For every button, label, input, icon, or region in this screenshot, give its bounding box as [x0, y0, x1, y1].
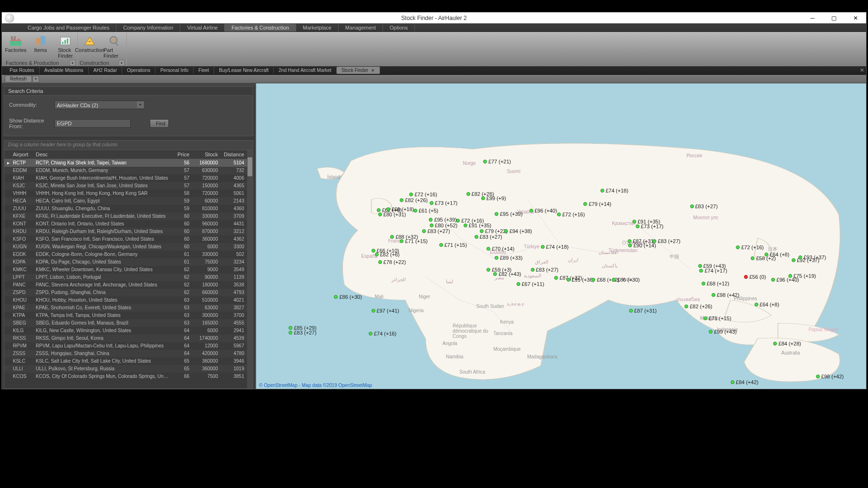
subtab-available-missions[interactable]: Available Missions	[40, 67, 89, 74]
table-row[interactable]: ULLIULLI, Pulkovo, St Petersburg, Russia…	[4, 365, 253, 373]
table-row[interactable]: KILGKILG, New Castle, Wilmington, United…	[4, 327, 253, 335]
subtab-pax-routes[interactable]: Pax Routes	[5, 67, 40, 74]
map-marker[interactable]: £99 (+9)	[481, 195, 506, 201]
map-marker[interactable]: £74 (+18)	[600, 188, 628, 193]
map-marker[interactable]: £74 (+17)	[699, 268, 727, 274]
map-marker[interactable]: £91 (+36)	[567, 277, 594, 283]
map-marker[interactable]: £96 (+40)	[529, 208, 557, 214]
map-marker[interactable]: £95 (+39)	[495, 211, 522, 217]
map-marker[interactable]: £74 (+16)	[369, 331, 396, 336]
menu-tab-company-information[interactable]: Company Information	[116, 24, 180, 31]
commodity-select[interactable]: AirHauler CDs (2) ▾	[54, 101, 145, 109]
table-row[interactable]: RKSSRKSS, Gimpo Intl, Seoul, Korea641740…	[4, 335, 253, 342]
map-marker[interactable]: £94 (+38)	[504, 228, 532, 234]
ribbon-construction-button[interactable]: Construction	[78, 33, 102, 59]
map-marker[interactable]: £82 (+6)	[375, 252, 400, 257]
map-marker[interactable]: £86 (+30)	[334, 294, 362, 300]
ribbon-partfinder-button[interactable]: Part Finder	[103, 33, 126, 59]
subtab-2nd-hand-aircraft-market[interactable]: 2nd Hand Aircraft Market	[274, 67, 337, 74]
map[interactable]: ÍslandNorgeSuomiРоссияУкраїнаFranceEspañ…	[256, 83, 866, 389]
map-marker[interactable]: £72 (+16)	[557, 212, 585, 217]
menu-tab-virtual-airline[interactable]: Virtual Airline	[180, 24, 225, 31]
map-marker[interactable]: £71 (+15)	[400, 238, 427, 244]
map-marker[interactable]: £84 (+42)	[731, 379, 758, 385]
table-row[interactable]: PANCPANC, Stevens Anchorage Intl, Anchor…	[4, 281, 253, 289]
col-header-price[interactable]: Price	[172, 150, 192, 159]
map-marker[interactable]: £83 (+27)	[531, 267, 558, 273]
group-by-bar[interactable]: Drag a column header here to group by th…	[4, 141, 253, 150]
map-marker[interactable]: £73 (+17)	[430, 200, 457, 206]
map-marker[interactable]: £83 (+27)	[652, 238, 680, 244]
map-marker[interactable]: £86 (+30)	[612, 277, 640, 283]
map-marker[interactable]: £80 (+52)	[430, 223, 457, 228]
subtab-ah2-radar[interactable]: AH2 Radar	[89, 67, 122, 74]
table-row[interactable]: KSJCKSJC, Mineta San Jose Intl, San Jose…	[4, 182, 253, 190]
table-row[interactable]: KFXEKFXE, Ft Lauderdale Executive, Ft La…	[4, 213, 253, 220]
map-marker[interactable]: £71 (+15)	[703, 315, 731, 321]
close-panel-icon[interactable]: ✕	[860, 67, 864, 73]
menu-tab-management[interactable]: Management	[339, 24, 383, 31]
map-marker[interactable]: £72 (+16)	[456, 218, 484, 224]
menu-tab-options[interactable]: Options	[383, 24, 415, 31]
map-marker[interactable]: £96 (+40)	[771, 277, 799, 283]
table-row[interactable]: KSFOKSFO, San Francisco Intl, San Franci…	[4, 235, 253, 243]
col-header-distance[interactable]: Distance	[221, 150, 247, 159]
map-marker[interactable]: £73 (+17)	[636, 224, 663, 229]
map-marker[interactable]: £84 (+28)	[773, 341, 801, 346]
subtab-personal-info[interactable]: Personal Info	[155, 67, 194, 74]
table-row[interactable]: KMKCKMKC, Wheeler Downtown, Kansas City,…	[4, 266, 253, 274]
map-marker[interactable]: £69 (+18)	[386, 206, 414, 212]
map-marker[interactable]: £99 (+43)	[709, 329, 736, 335]
distance-from-input[interactable]	[54, 119, 131, 128]
map-marker[interactable]: £95 (+39)	[429, 217, 456, 223]
map-marker[interactable]: £77 (+21)	[483, 159, 511, 164]
table-row[interactable]: ▸RCTPRCTP, Chiang Kai Shek Intl, Taipei,…	[4, 159, 253, 167]
map-marker[interactable]: £79 (+22)	[480, 228, 507, 234]
ribbon-stock-button[interactable]: StockFinder	[53, 33, 77, 59]
map-marker[interactable]: £67 (+11)	[517, 281, 544, 287]
map-marker[interactable]: £70 (+14)	[486, 246, 514, 252]
table-row[interactable]: KCOSKCOS, City Of Colorado Springs Mun, …	[4, 373, 253, 380]
table-row[interactable]: RPVMRPVM, Lapu Lapu/Mactan-Cebu Intl, La…	[4, 342, 253, 350]
subtab-buy-lease-new-aircraft[interactable]: Buy/Lease New Aircraft	[214, 67, 274, 74]
map-marker[interactable]: £83 (+27)	[289, 330, 316, 336]
map-marker[interactable]: £64 (+8)	[754, 302, 779, 307]
subtab-operations[interactable]: Operations	[122, 67, 155, 74]
col-header-airport[interactable]: Airport	[10, 150, 33, 159]
map-marker[interactable]: £79 (+14)	[583, 201, 611, 207]
map-marker[interactable]: £82 (+43)	[493, 271, 521, 277]
ribbon-factory-button[interactable]: Factories	[4, 33, 28, 59]
menu-tab-factories-construction[interactable]: Factories & Construction	[225, 24, 296, 31]
map-marker[interactable]: £56 (0)	[744, 274, 766, 280]
close-tab-icon[interactable]: ✕	[371, 68, 375, 73]
minimize-button[interactable]: ─	[802, 12, 823, 23]
table-row[interactable]: ZSSSZSSS, Hongqiao, Shanghai, China64420…	[4, 350, 253, 357]
table-row[interactable]: VHHHVHHH, Hong Kong Intl, Hong Kong, Hon…	[4, 190, 253, 197]
ribbon-group-expand[interactable]: ▾	[70, 60, 75, 66]
refresh-dropdown[interactable]: ▾	[32, 76, 39, 82]
menu-tab-cargo-jobs-and-passenger-routes[interactable]: Cargo Jobs and Passenger Routes	[21, 24, 116, 31]
map-marker[interactable]: £97 (+41)	[372, 308, 399, 314]
map-marker[interactable]: £78 (+22)	[378, 259, 406, 265]
table-row[interactable]: ZSPDZSPD, Pudong, Shanghai, China6266000…	[4, 289, 253, 296]
table-row[interactable]: KONTKONT, Ontario Intl, Ontario, United …	[4, 220, 253, 228]
close-button[interactable]: ✕	[845, 12, 866, 23]
subtab-fleet[interactable]: Fleet	[194, 67, 214, 74]
map-marker[interactable]: £71 (+15)	[439, 242, 467, 248]
refresh-button[interactable]: Refresh	[5, 75, 32, 82]
table-row[interactable]: KSLCKSLC, Salt Lake City Intl, Salt Lake…	[4, 357, 253, 365]
table-row[interactable]: KIAHKIAH, George Bush Intercontinental/H…	[4, 174, 253, 182]
grid-scrollbar[interactable]	[247, 150, 253, 388]
table-row[interactable]: EDDMEDDM, Munich, Munich, Germany5763000…	[4, 167, 253, 174]
map-marker[interactable]: £83 (+27)	[422, 228, 450, 234]
map-marker[interactable]: £72 (+16)	[736, 244, 764, 250]
map-marker[interactable]: £80 (+31)	[378, 212, 406, 217]
table-row[interactable]: ZUUUZUUU, Shuangliu, Chengdu, China59810…	[4, 205, 253, 213]
map-marker[interactable]: £64 (+8)	[765, 252, 789, 257]
menu-tab-marketplace[interactable]: Marketplace	[296, 24, 339, 31]
col-header-desc[interactable]: Desc	[33, 150, 172, 159]
table-row[interactable]: LPPTLPPT, Lisbon, Lisbon, Portugal629000…	[4, 274, 253, 281]
ribbon-group-expand[interactable]: ▾	[119, 60, 124, 66]
map-marker[interactable]: £82 (+26)	[684, 304, 712, 309]
maximize-button[interactable]: ▢	[823, 12, 845, 23]
